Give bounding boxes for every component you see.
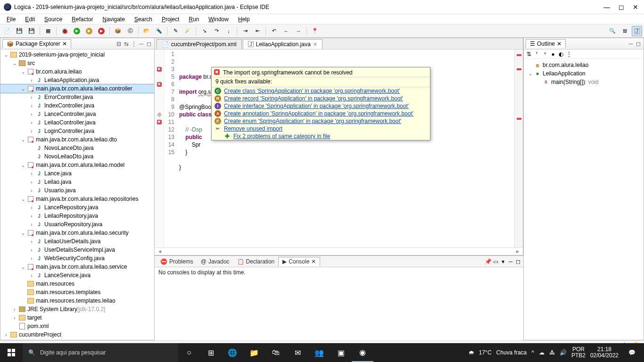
twist-icon[interactable]: ⌄ <box>19 197 27 202</box>
filter-local-icon[interactable]: ◐ <box>558 51 564 58</box>
outline-item[interactable]: ⌄ LeilaoApplication <box>525 69 643 78</box>
display-console-icon[interactable]: ▭ <box>492 258 499 265</box>
max-outline-icon[interactable]: ◻ <box>635 41 642 47</box>
quickfix-item[interactable]: ECreate enum 'SpringApplication' in pack… <box>212 117 430 125</box>
minimize-button[interactable]: — <box>603 3 610 11</box>
tree-item[interactable]: ⌄br.com.alura.leilao <box>0 67 154 76</box>
min-outline-icon[interactable]: ─ <box>627 41 634 47</box>
debug-button[interactable]: 🐞 <box>59 26 70 36</box>
tree-item[interactable]: ›LeilaoApplication.java <box>0 76 154 84</box>
start-button[interactable] <box>0 343 23 362</box>
twist-icon[interactable]: › <box>28 120 35 125</box>
twist-icon[interactable]: › <box>28 256 35 261</box>
outline-menu-icon[interactable]: ⋮ <box>566 51 572 58</box>
explorer-icon[interactable]: 📁 <box>243 343 265 362</box>
bottom-tab-console[interactable]: ▶Console ✕ <box>278 257 320 266</box>
sort-icon[interactable]: ⇅ <box>526 51 532 58</box>
java-perspective-button[interactable]: 🇯 <box>632 26 642 36</box>
new-java-button[interactable]: 📦 <box>113 26 123 36</box>
twist-icon[interactable]: › <box>28 222 35 227</box>
maximize-button[interactable]: ◻ <box>619 3 624 11</box>
tree-item[interactable]: ⌄2019-selenium-java-projeto_inicial <box>0 50 154 59</box>
tree-item[interactable]: ⌄main.java.br.com.alura.leilao.service <box>0 263 154 271</box>
tree-item[interactable]: ›UserDetailsServiceImpl.java <box>0 246 154 254</box>
menu-refactor[interactable]: Refactor <box>67 15 98 24</box>
tray-chevron-icon[interactable]: ^ <box>531 349 534 356</box>
twist-icon[interactable]: ⌄ <box>11 61 18 66</box>
twist-icon[interactable]: › <box>11 315 18 321</box>
twist-icon[interactable]: › <box>28 112 35 117</box>
switch-editor-button[interactable]: ▦ <box>43 26 53 36</box>
wand-button[interactable]: 🪄 <box>182 26 193 36</box>
tree-item[interactable]: ⌄src <box>0 59 154 67</box>
twist-icon[interactable]: › <box>28 78 35 83</box>
twist-icon[interactable]: › <box>28 180 35 185</box>
toggle-mark-button[interactable]: ✎ <box>170 26 181 36</box>
back-button[interactable]: ← <box>281 26 291 36</box>
network-icon[interactable]: 🖧 <box>549 349 555 356</box>
outline-item[interactable]: br.com.alura.leilao <box>525 61 643 69</box>
tree-item[interactable]: ⌄main.java.br.com.alura.leilao.repositor… <box>0 195 154 203</box>
tree-item[interactable]: ›LanceService.java <box>0 271 154 280</box>
tree-item[interactable]: ›LoginController.java <box>0 127 154 135</box>
close-button[interactable]: ✕ <box>633 3 638 11</box>
teams-icon[interactable]: 👥 <box>308 343 330 362</box>
tree-item[interactable]: ⌄main.java.br.com.alura.leilao.model <box>0 161 154 169</box>
tree-item[interactable]: main.resources.templates.leilao <box>0 296 154 305</box>
twist-icon[interactable]: › <box>28 239 35 244</box>
quickfix-item[interactable]: Fix 2 problems of same category in file <box>212 132 430 140</box>
quickfix-item[interactable]: ✂Remove unused import <box>212 125 430 132</box>
twist-icon[interactable]: ⌄ <box>19 230 27 236</box>
twist-icon[interactable]: › <box>28 273 35 278</box>
outline-tree[interactable]: br.com.alura.leilao⌄ LeilaoApplicationma… <box>524 59 644 340</box>
step-button[interactable]: ↘ <box>199 26 209 36</box>
tree-item[interactable]: NovoLeilaoDto.java <box>0 152 154 161</box>
tree-item[interactable]: ›LeilaoController.java <box>0 118 154 127</box>
new-class-button[interactable]: Ⓒ <box>125 26 135 36</box>
taskbar-search[interactable]: 🔍 Digite aqui para pesquisar <box>23 343 178 362</box>
twist-icon[interactable]: › <box>28 103 35 108</box>
terminal-icon[interactable]: ▣ <box>330 343 352 362</box>
fwd-button[interactable]: → <box>293 26 304 36</box>
twist-icon[interactable]: › <box>28 95 35 100</box>
twist-icon[interactable]: › <box>28 188 35 193</box>
close-icon[interactable]: ✕ <box>62 41 67 47</box>
mail-icon[interactable]: ✉ <box>287 343 308 362</box>
notifications-icon[interactable]: 💬 <box>623 343 640 362</box>
new-button[interactable]: 📄 <box>2 26 12 36</box>
close-icon[interactable]: ✕ <box>311 258 316 265</box>
twist-icon[interactable]: ⌄ <box>19 163 27 168</box>
search-icon[interactable]: 🔍 <box>607 26 618 36</box>
max-console-icon[interactable]: ◻ <box>515 258 521 265</box>
tree-item[interactable]: ›target <box>0 313 154 322</box>
twist-icon[interactable]: › <box>28 171 35 176</box>
twist-icon[interactable]: ⌄ <box>19 264 27 270</box>
link-editor-icon[interactable]: ⇆ <box>123 41 130 47</box>
menu-file[interactable]: File <box>2 15 20 24</box>
open-type-button[interactable]: 📂 <box>141 26 152 36</box>
bottom-tab-declaration[interactable]: 📋Declaration <box>233 257 279 266</box>
tree-item[interactable]: main.resources.templates <box>0 288 154 296</box>
twist-icon[interactable]: › <box>28 205 35 210</box>
menu-help[interactable]: Help <box>233 15 255 24</box>
min-console-icon[interactable]: ─ <box>507 258 514 265</box>
twist-icon[interactable]: ⌄ <box>19 86 27 91</box>
tree-item[interactable]: ›LanceController.java <box>0 110 154 118</box>
package-tree[interactable]: ⌄2019-selenium-java-projeto_inicial⌄src⌄… <box>0 49 154 340</box>
twist-icon[interactable]: ⌄ <box>19 137 27 142</box>
menu-edit[interactable]: Edit <box>20 15 40 24</box>
eclipse-task-icon[interactable]: ◉ <box>352 343 373 362</box>
tree-item[interactable]: ›Leilao.java <box>0 178 154 186</box>
filter-fields-icon[interactable]: ᶠ <box>534 51 540 58</box>
tree-item[interactable]: ⌄main.java.br.com.alura.leilao.controlle… <box>0 84 154 93</box>
menu-run[interactable]: Run <box>184 15 204 24</box>
package-explorer-tab[interactable]: 📦 Package Explorer ✕ <box>2 39 71 48</box>
menu-navigate[interactable]: Navigate <box>98 15 129 24</box>
minimize-view-icon[interactable]: ─ <box>138 41 145 47</box>
menu-source[interactable]: Source <box>40 15 67 24</box>
twist-icon[interactable]: › <box>28 129 35 134</box>
store-icon[interactable]: 🛍 <box>265 343 287 362</box>
pin-console-icon[interactable]: 📌 <box>485 258 491 265</box>
twist-icon[interactable]: › <box>28 247 35 253</box>
search-button[interactable]: 🔦 <box>154 26 164 36</box>
